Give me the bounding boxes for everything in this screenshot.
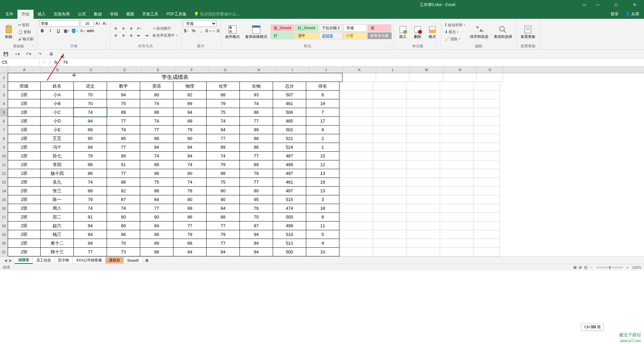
row-header-11[interactable]: 11 bbox=[0, 160, 8, 169]
cell-J21[interactable]: 10 bbox=[306, 247, 339, 256]
border-button[interactable]: ▦ bbox=[63, 28, 69, 34]
cell-C8[interactable]: 95 bbox=[73, 134, 107, 143]
table-format-button[interactable]: 套用表格格式 bbox=[243, 23, 269, 41]
cell-F17[interactable]: 86 bbox=[173, 212, 207, 222]
cell-B6[interactable]: 小D bbox=[40, 116, 74, 126]
col-header-O[interactable]: O bbox=[477, 66, 503, 73]
cell-M2[interactable] bbox=[407, 82, 440, 91]
style-good-sheet4[interactable]: 好_Sheet4 bbox=[295, 24, 318, 32]
zoom-in-icon[interactable]: + bbox=[626, 265, 628, 269]
fx-icon[interactable]: fx bbox=[54, 60, 57, 65]
cell-E18[interactable]: 84 bbox=[140, 221, 173, 230]
style-thousand[interactable]: 千位分隔 2 bbox=[319, 24, 343, 32]
cell-J2[interactable]: 排名 bbox=[306, 82, 339, 91]
cell-H4[interactable]: 74 bbox=[239, 99, 273, 108]
copy-button[interactable]: 📋 复制 bbox=[17, 29, 35, 35]
cell-G21[interactable]: 94 bbox=[206, 247, 240, 256]
cell-K8[interactable] bbox=[339, 134, 373, 143]
cell-G7[interactable]: 84 bbox=[206, 125, 240, 134]
cell-M21[interactable] bbox=[407, 248, 440, 256]
cell-I17[interactable]: 505 bbox=[273, 212, 306, 222]
cell-N7[interactable] bbox=[440, 126, 474, 134]
cell-L16[interactable] bbox=[373, 204, 407, 213]
cell-D12[interactable]: 77 bbox=[107, 169, 140, 178]
paste-button[interactable]: 粘贴 bbox=[2, 23, 15, 41]
cell-I2[interactable]: 总分 bbox=[273, 82, 306, 91]
cell-D7[interactable]: 74 bbox=[107, 125, 140, 134]
cell-L2[interactable] bbox=[373, 82, 407, 91]
save-icon[interactable]: 💾 bbox=[3, 52, 9, 56]
cell-A10[interactable]: 1班 bbox=[8, 151, 41, 160]
cell-N9[interactable] bbox=[440, 143, 474, 152]
col-header-L[interactable]: L bbox=[376, 66, 410, 73]
row-header-1[interactable]: 1 bbox=[0, 73, 8, 82]
cell-K21[interactable] bbox=[339, 248, 373, 256]
cell-M16[interactable] bbox=[407, 204, 440, 213]
tab-pdf[interactable]: PDF工具集 bbox=[162, 10, 191, 19]
find-select-button[interactable]: 查找和选择 bbox=[492, 23, 514, 41]
cell-D9[interactable]: 77 bbox=[107, 143, 140, 152]
cell-H5[interactable]: 86 bbox=[239, 108, 273, 117]
cell-A3[interactable]: 1班 bbox=[8, 90, 41, 99]
sheet-tab-employees[interactable]: 员工信息 bbox=[33, 257, 55, 263]
cell-C5[interactable]: 74 bbox=[73, 108, 107, 117]
cell-N8[interactable] bbox=[440, 134, 474, 143]
cell-G18[interactable]: 77 bbox=[206, 221, 240, 230]
number-format-select[interactable]: 常规 bbox=[183, 20, 217, 27]
cell-C2[interactable]: 语文 bbox=[73, 82, 107, 91]
cell-J6[interactable]: 17 bbox=[306, 116, 339, 126]
cell-K4[interactable] bbox=[339, 99, 373, 108]
col-header-F[interactable]: F bbox=[175, 66, 209, 73]
cut-button[interactable]: ✂ 剪切 bbox=[17, 22, 35, 28]
cell-N13[interactable] bbox=[440, 178, 474, 187]
autosum-button[interactable]: Σ 自动求和 bbox=[443, 22, 467, 28]
cell-A16[interactable]: 2班 bbox=[8, 204, 41, 213]
cell-J3[interactable]: 6 bbox=[306, 90, 339, 99]
cell-H18[interactable]: 87 bbox=[239, 221, 273, 230]
cell-A19[interactable]: 2班 bbox=[8, 230, 41, 239]
cell-F16[interactable]: 89 bbox=[173, 204, 207, 213]
increase-decimal-icon[interactable]: .0→ bbox=[205, 28, 211, 34]
format-cell-button[interactable]: 格式 bbox=[426, 23, 439, 41]
zoom-out-icon[interactable]: − bbox=[591, 265, 593, 269]
cell-E5[interactable]: 88 bbox=[140, 108, 173, 117]
view-pagebreak-icon[interactable]: ▥ bbox=[584, 265, 587, 269]
cell-L5[interactable] bbox=[373, 108, 407, 117]
redo-icon[interactable]: ↷ bbox=[37, 52, 43, 56]
cell-B19[interactable]: 钱三 bbox=[40, 230, 74, 239]
cell-G11[interactable]: 79 bbox=[206, 160, 240, 169]
cell-O16[interactable] bbox=[474, 204, 500, 213]
new-sheet-icon[interactable]: ⊕ bbox=[143, 258, 151, 263]
cell-D19[interactable]: 86 bbox=[107, 230, 140, 239]
col-header-J[interactable]: J bbox=[309, 66, 343, 73]
cell-K11[interactable] bbox=[339, 160, 373, 169]
cell-O18[interactable] bbox=[474, 222, 500, 230]
col-header-H[interactable]: H bbox=[242, 66, 276, 73]
cell-H9[interactable]: 86 bbox=[239, 143, 273, 152]
clear-button[interactable]: 🧹 清除 bbox=[443, 36, 467, 42]
tab-home[interactable]: 开始 bbox=[17, 10, 34, 19]
cell-M18[interactable] bbox=[407, 222, 440, 230]
cell-N18[interactable] bbox=[440, 222, 474, 230]
col-header-K[interactable]: K bbox=[343, 66, 376, 73]
cell-C13[interactable]: 74 bbox=[73, 178, 107, 187]
cell-O9[interactable] bbox=[474, 143, 500, 152]
cell-I14[interactable]: 497 bbox=[273, 186, 306, 195]
cell-L17[interactable] bbox=[373, 213, 407, 222]
cells-grid[interactable]: 学生成绩表班级姓名语文数学英语物理化学生物总分排名1班小A70948082889… bbox=[8, 73, 644, 256]
row-header-8[interactable]: 8 bbox=[0, 134, 8, 143]
cell-B11[interactable]: 李四 bbox=[40, 160, 74, 169]
tab-developer[interactable]: 开发工具 bbox=[138, 10, 162, 19]
cell-E15[interactable]: 84 bbox=[140, 195, 173, 204]
cell-G20[interactable]: 77 bbox=[206, 239, 240, 248]
cell-F10[interactable]: 94 bbox=[173, 151, 207, 160]
maximize-button[interactable]: ◻ bbox=[609, 0, 623, 9]
cell-E14[interactable]: 88 bbox=[140, 186, 173, 195]
cell-H2[interactable]: 生物 bbox=[239, 82, 273, 91]
cell-M8[interactable] bbox=[407, 134, 440, 143]
cell-M4[interactable] bbox=[407, 99, 440, 108]
col-header-M[interactable]: M bbox=[410, 66, 443, 73]
cell-H20[interactable]: 94 bbox=[239, 239, 273, 248]
cell-I12[interactable]: 497 bbox=[273, 169, 306, 178]
cell-G10[interactable]: 74 bbox=[206, 151, 240, 160]
